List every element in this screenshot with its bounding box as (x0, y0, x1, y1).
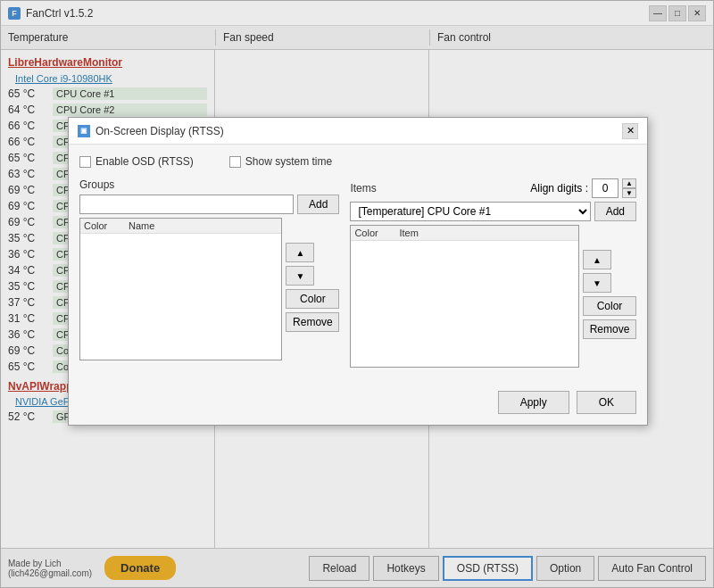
groups-panel: Groups Add Color Name (79, 178, 339, 371)
groups-input[interactable] (79, 195, 294, 214)
main-window: F FanCtrl v1.5.2 — □ ✕ Temperature Fan s… (0, 0, 714, 588)
align-digits-label: Align digits : (530, 182, 588, 195)
groups-remove-button[interactable]: Remove (286, 312, 339, 332)
ok-button[interactable]: OK (577, 391, 636, 414)
items-panel: Items Align digits : ▲ ▼ (350, 178, 636, 371)
osd-dialog: ▣ On-Screen Display (RTSS) ✕ Enable OSD … (68, 117, 648, 426)
items-list-header: Color Item (351, 226, 578, 241)
items-down-button[interactable]: ▼ (583, 273, 611, 293)
items-label: Items (350, 182, 376, 195)
align-digits-input[interactable] (592, 178, 619, 198)
show-system-time-checkbox[interactable]: Show system time (229, 155, 332, 168)
groups-label: Groups (79, 178, 339, 191)
groups-color-button[interactable]: Color (286, 289, 339, 309)
spinner-up[interactable]: ▲ (622, 178, 636, 188)
items-remove-button[interactable]: Remove (583, 319, 636, 339)
dialog-title-bar: ▣ On-Screen Display (RTSS) ✕ (69, 118, 647, 145)
items-color-button[interactable]: Color (583, 296, 636, 316)
groups-list-header: Color Name (80, 219, 281, 234)
groups-list[interactable]: Color Name (79, 218, 282, 360)
groups-down-button[interactable]: ▼ (286, 266, 314, 286)
dialog-body: Enable OSD (RTSS) Show system time Group… (69, 145, 647, 382)
dialog-icon: ▣ (78, 125, 90, 137)
items-side-buttons: ▲ ▼ Color Remove (583, 225, 636, 371)
align-digits-spinner: ▲ ▼ (622, 178, 636, 198)
items-dropdown[interactable]: [Temperature] CPU Core #1 (350, 202, 590, 221)
dialog-panels: Groups Add Color Name (79, 178, 636, 371)
checkbox-box[interactable] (79, 156, 91, 168)
enable-osd-checkbox[interactable]: Enable OSD (RTSS) (79, 155, 194, 168)
dialog-close-button[interactable]: ✕ (622, 123, 638, 139)
apply-button[interactable]: Apply (498, 391, 569, 414)
items-header-row: Items Align digits : ▲ ▼ (350, 178, 636, 198)
checkbox-box2[interactable] (229, 156, 241, 168)
dialog-title-text: On-Screen Display (RTSS) (95, 125, 224, 137)
items-up-button[interactable]: ▲ (583, 250, 611, 269)
dialog-checkboxes-row: Enable OSD (RTSS) Show system time (79, 155, 636, 168)
dialog-footer: Apply OK (69, 382, 647, 425)
add-group-button[interactable]: Add (297, 195, 339, 214)
add-item-button[interactable]: Add (594, 202, 636, 221)
items-select-row: [Temperature] CPU Core #1 Add (350, 202, 636, 221)
dialog-overlay: ▣ On-Screen Display (RTSS) ✕ Enable OSD … (1, 1, 713, 587)
items-list[interactable]: Color Item (350, 225, 579, 368)
groups-up-button[interactable]: ▲ (286, 243, 314, 262)
spinner-down[interactable]: ▼ (622, 188, 636, 198)
groups-side-buttons: ▲ ▼ Color Remove (286, 218, 339, 364)
groups-input-row: Add (79, 195, 339, 214)
align-digits-row: Align digits : ▲ ▼ (530, 178, 636, 198)
